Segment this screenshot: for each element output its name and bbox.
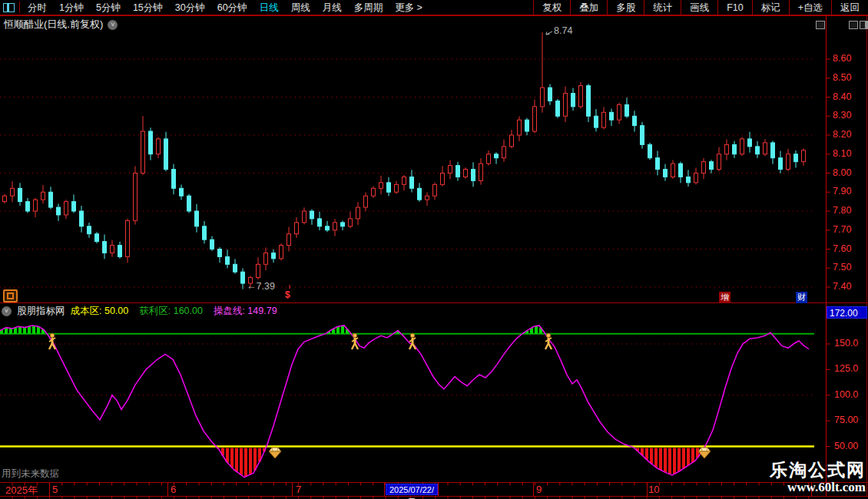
toolbar-item[interactable]: 15分钟 [127, 0, 169, 15]
candlestick-and-indicator-canvas [0, 0, 868, 499]
toolbar-item[interactable]: 分时 [22, 0, 53, 15]
toolbar-item[interactable]: 返回 [831, 0, 868, 15]
toolbar-item[interactable]: 多股 [607, 0, 644, 15]
return-box-icon[interactable] [3, 289, 18, 302]
indicator-axis-max: 172.00 [827, 306, 867, 319]
toolbar-item[interactable]: 统计 [644, 0, 681, 15]
toolbar-item[interactable]: 5分钟 [90, 0, 127, 15]
stock-title-row[interactable]: 恒顺醋业(日线.前复权) ˅ [4, 18, 118, 31]
indicator-values: 成本区: 50.00获利区: 160.00操盘线: 149.79 [71, 305, 277, 318]
future-data-note: 用到未来数据 [2, 468, 59, 481]
toolbar-divider [19, 2, 20, 13]
period-menu: 分时1分钟5分钟15分钟30分钟60分钟日线周线月线多周期更多 > [0, 0, 429, 15]
toolbar-item[interactable]: 1分钟 [53, 0, 90, 15]
indicator-value-0: 成本区: 50.00 [71, 305, 129, 318]
top-toolbar: 分时1分钟5分钟15分钟30分钟60分钟日线周线月线多周期更多 > 复权叠加多股… [0, 0, 868, 15]
high-price-annotation: 8.74 [554, 25, 572, 36]
split-window-icon[interactable] [816, 21, 825, 29]
toolbar-item[interactable]: 叠加 [570, 0, 607, 15]
dividend-marker[interactable]: $ [285, 289, 290, 300]
toolbar-item[interactable]: 多周期 [348, 0, 389, 15]
toolbar-item[interactable]: 周线 [285, 0, 316, 15]
tdx-trading-app: 分时1分钟5分钟15分钟30分钟60分钟日线周线月线多周期更多 > 复权叠加多股… [0, 0, 868, 499]
indicator-header: ˅ 股朋指标网 成本区: 50.00获利区: 160.00操盘线: 149.79 [2, 305, 277, 318]
zengfa-event-badge[interactable]: 增 [719, 292, 731, 303]
toolbar-item[interactable]: 月线 [316, 0, 348, 15]
chevron-down-icon[interactable]: ˅ [2, 306, 12, 316]
toolbar-item[interactable]: +自选 [789, 0, 831, 15]
indicator-name[interactable]: 股朋指标网 [17, 305, 65, 318]
toolbar-item[interactable]: 60分钟 [211, 0, 253, 15]
watermark-url: www.60lt.com [770, 480, 866, 495]
toolbar-item[interactable]: 日线 [253, 0, 285, 15]
stock-title: 恒顺醋业(日线.前复权) [4, 18, 103, 31]
pane-icon[interactable] [849, 21, 858, 29]
low-price-annotation: ←7.39 [247, 281, 275, 292]
selected-date-label: 2025/07/22/二 [386, 484, 438, 495]
toolbar-item[interactable]: 画线 [681, 0, 717, 15]
panel-toggle-icon[interactable] [860, 21, 868, 29]
toolbar-item[interactable]: 更多 > [389, 0, 429, 15]
toolbar-item[interactable]: F10 [717, 0, 752, 15]
window-layout-icon[interactable] [3, 3, 15, 12]
watermark-site-name: 乐淘公式网 [770, 460, 866, 480]
toolbar-item[interactable]: 标记 [752, 0, 789, 15]
caibao-event-badge[interactable]: 财 [796, 292, 807, 303]
indicator-value-1: 获利区: 160.00 [139, 305, 203, 318]
chevron-down-icon[interactable]: ˅ [108, 20, 118, 30]
toolbar-item[interactable]: 复权 [533, 0, 570, 15]
watermark: 乐淘公式网 www.60lt.com [770, 460, 866, 495]
indicator-value-2: 操盘线: 149.79 [214, 305, 277, 318]
tools-menu: 复权叠加多股统计画线F10标记+自选返回 [533, 0, 868, 15]
toolbar-item[interactable]: 30分钟 [169, 0, 211, 15]
